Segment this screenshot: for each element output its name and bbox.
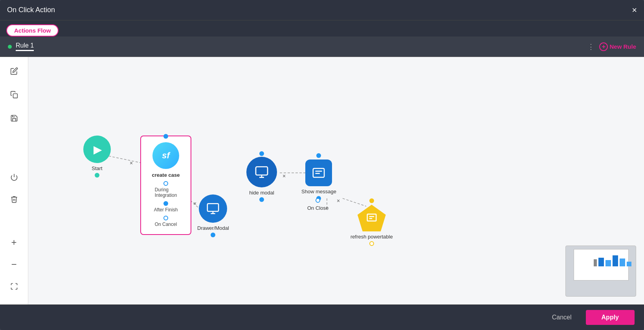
on-cancel-label: On Cancel — [155, 222, 177, 227]
svg-rect-7 — [256, 167, 268, 175]
show-message-top-dot — [316, 153, 321, 158]
hide-modal-label: hide modal — [249, 190, 274, 196]
apply-button[interactable]: Apply — [586, 310, 635, 325]
copy-icon[interactable] — [8, 88, 20, 101]
toolbar-bottom: + − — [8, 171, 20, 293]
drawer-modal-output-dot — [211, 233, 215, 237]
refresh-powertable-top-dot — [369, 198, 374, 203]
show-message-node[interactable]: Show message — [301, 153, 336, 201]
refresh-powertable-node[interactable]: refresh powertable — [350, 198, 393, 246]
actions-flow-tab[interactable]: Actions Flow — [6, 24, 59, 37]
show-message-icon — [305, 160, 332, 186]
zoom-in-icon[interactable]: + — [8, 236, 20, 249]
start-output-dot — [95, 173, 99, 178]
modal-footer: Cancel Apply — [0, 304, 644, 330]
on-close-label: On Close — [307, 205, 328, 211]
start-icon: ▶ — [83, 136, 111, 163]
toolbar-top — [8, 65, 20, 125]
rule-tab[interactable]: Rule 1 — [8, 42, 34, 51]
after-finish-output: After Finish — [154, 201, 178, 213]
create-case-label: create case — [152, 172, 180, 178]
fit-screen-icon[interactable] — [8, 280, 20, 293]
on-cancel-dot — [163, 216, 168, 220]
zoom-out-icon[interactable]: − — [8, 258, 20, 271]
start-label: Start — [92, 165, 102, 171]
drawer-modal-label: Drawer/Modal — [197, 225, 229, 231]
edit-icon[interactable] — [8, 65, 20, 77]
minimap-viewport — [574, 249, 629, 280]
svg-rect-0 — [13, 94, 17, 98]
cancel-button[interactable]: Cancel — [544, 311, 580, 324]
during-integration-output: DuringIntegration — [155, 181, 177, 198]
power-icon[interactable] — [8, 171, 20, 183]
hide-modal-output-dot — [259, 197, 264, 202]
rule-active-dot — [8, 45, 12, 49]
drawer-modal-node[interactable]: Drawer/Modal — [197, 194, 229, 237]
minimap-shapes — [594, 255, 631, 266]
refresh-powertable-output-dot — [369, 241, 374, 246]
during-integration-label: DuringIntegration — [155, 187, 177, 198]
svg-rect-10 — [313, 169, 324, 178]
new-rule-button[interactable]: + New Rule — [599, 42, 636, 51]
on-cancel-output: On Cancel — [155, 216, 177, 227]
close-button[interactable]: × — [632, 6, 637, 15]
modal-title: On Click Action — [7, 6, 55, 14]
rule-bar: Rule 1 ⋮ + New Rule — [0, 37, 644, 57]
modal: On Click Action × Actions Flow Rule 1 ⋮ … — [0, 0, 644, 330]
minimap — [565, 246, 636, 297]
x-connector-1: × — [130, 160, 133, 166]
svg-rect-16 — [367, 214, 376, 221]
rule-label: Rule 1 — [16, 42, 34, 49]
hide-modal-node[interactable]: hide modal — [246, 151, 277, 202]
x-connector-3: × — [283, 173, 286, 179]
play-icon: ▶ — [94, 143, 102, 156]
x-connector-2: × — [193, 200, 196, 207]
canvas-area: + − — [0, 57, 644, 304]
hide-modal-top-dot — [259, 151, 264, 156]
new-rule-plus-icon: + — [599, 42, 608, 51]
flow-canvas[interactable]: ▶ Start × sf create case DuringIntegrati… — [28, 57, 644, 304]
sf-circle: sf — [152, 142, 179, 169]
drawer-modal-icon — [199, 194, 227, 223]
start-node[interactable]: ▶ Start — [83, 136, 111, 178]
after-finish-dot — [163, 201, 168, 206]
create-case-top-dot — [163, 134, 168, 139]
rule-info-button[interactable]: ⋮ — [587, 42, 594, 51]
rule-tab-underline — [16, 50, 34, 51]
save-icon[interactable] — [8, 112, 20, 125]
after-finish-label: After Finish — [154, 207, 178, 213]
modal-header: On Click Action × — [0, 0, 644, 20]
during-integration-dot — [163, 181, 168, 186]
hide-modal-icon — [246, 157, 277, 187]
refresh-powertable-label: refresh powertable — [350, 234, 393, 240]
new-rule-label: New Rule — [609, 43, 636, 50]
create-case-node[interactable]: sf create case DuringIntegration After F… — [140, 136, 191, 235]
rule-bar-actions: ⋮ + New Rule — [587, 42, 636, 51]
on-close-top-dot — [316, 198, 320, 203]
on-close-node[interactable]: On Close — [307, 196, 328, 211]
left-toolbar: + − — [0, 57, 28, 304]
x-connector-4: × — [337, 198, 340, 204]
show-message-label: Show message — [301, 189, 336, 194]
svg-rect-13 — [207, 204, 218, 211]
delete-icon[interactable] — [8, 193, 20, 205]
refresh-powertable-icon — [358, 205, 386, 231]
